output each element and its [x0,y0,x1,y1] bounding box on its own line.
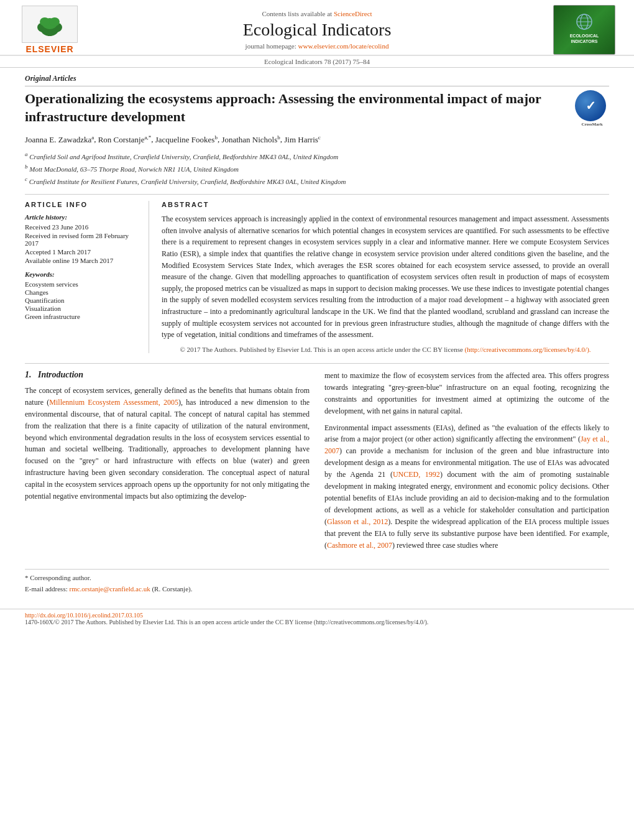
intro-para-1: The concept of ecosystem services, gener… [25,385,310,503]
info-abstract-section: ARTICLE INFO Article history: Received 2… [25,194,609,353]
journal-homepage: journal homepage: www.elsevier.com/locat… [99,42,535,50]
body-two-col: 1. Introduction The concept of ecosystem… [25,370,609,556]
publisher-logo-area: ELSEVIER [12,6,87,54]
affiliation-c: c Cranfield Institute for Resilient Futu… [25,175,609,187]
body-col-right: ment to maximize the flow of ecosystem s… [324,370,609,556]
svg-point-5 [40,17,50,26]
affiliations: a Cranfield Soil and Agrifood Institute,… [25,150,609,187]
crossmark-label: CrossMark [575,122,609,127]
millennium-link[interactable]: Millennium Ecosystem Assessment, 2005 [49,398,178,407]
abstract-panel: ABSTRACT The ecosystem services approach… [162,201,609,353]
jay-link[interactable]: Jay et al., 2007 [324,435,609,455]
doi-footer: http://dx.doi.org/10.1016/j.ecolind.2017… [25,612,609,619]
email-link[interactable]: rmc.orstanje@cranfield.ac.uk [69,585,150,593]
article-info-panel: ARTICLE INFO Article history: Received 2… [25,201,149,353]
glasson-link[interactable]: Glasson et al., 2012 [327,517,388,526]
article-body: Original Articles Operationalizing the e… [0,68,634,602]
globe-icon [572,13,597,30]
journal-title: Ecological Indicators [99,20,535,40]
cashmore-link[interactable]: Cashmore et al., 2007 [327,541,392,550]
cc-license-line: © 2017 The Authors. Published by Elsevie… [162,346,609,353]
abstract-text: The ecosystem services approach is incre… [162,213,609,341]
journal-title-area: Contents lists available at ScienceDirec… [87,10,547,50]
keyword-3: Quantification [25,297,139,304]
crossmark-icon: ✓ [586,98,596,114]
journal-logo-box: ECOLOGICAL INDICATORS [553,5,615,55]
authors-line: Joanna E. Zawadzkaa, Ron Corstanjea,*, J… [25,133,609,145]
revised-date: Received in revised form 28 February 201… [25,232,139,247]
accepted-date: Accepted 1 March 2017 [25,248,139,256]
page: ELSEVIER Contents lists available at Sci… [0,0,634,840]
article-title: Operationalizing the ecosystems approach… [25,90,609,126]
author-fookes: Jacqueline Fookesb [155,135,218,144]
intro-heading: 1. Introduction [25,370,310,380]
affiliation-b: b Mott MacDonald, 63–75 Thorpe Road, Nor… [25,163,609,174]
keywords-label: Keywords: [25,270,139,278]
author-harris: Jim Harrisc [284,135,321,144]
article-info-heading: ARTICLE INFO [25,201,139,208]
elsevier-brand: ELSEVIER [25,44,73,54]
keyword-1: Ecosystem services [25,280,139,288]
journal-logo-text: ECOLOGICAL INDICATORS [554,30,615,47]
keyword-5: Green infrastructure [25,313,139,320]
contents-line: Contents lists available at ScienceDirec… [99,10,535,17]
svg-point-6 [50,17,60,26]
cc-license-link[interactable]: (http://creativecommons.org/licenses/by/… [465,346,591,353]
keyword-2: Changes [25,288,139,296]
author-nichols: Jonathan Nicholsb [221,135,280,144]
footnote-area: * Corresponding author. E-mail address: … [25,569,609,594]
intro-para-3: Environmental impact assessments (EIAs),… [324,422,609,552]
section-number: 1. [25,370,32,379]
issn-line: 1470-160X/© 2017 The Authors. Published … [25,619,609,625]
author-corstanje: Ron Corstanjea,* [98,135,152,144]
article-history-label: Article history: [25,213,139,221]
elsevier-logo: ELSEVIER [12,6,87,54]
unced-link[interactable]: UNCED, 1992 [393,470,440,479]
tree-icon [31,12,68,36]
body-section: 1. Introduction The concept of ecosystem… [25,363,609,556]
sciencedirect-link[interactable]: ScienceDirect [334,10,372,17]
author-zawadzka: Joanna E. Zawadzkaa [25,135,94,144]
citation-line: Ecological Indicators 78 (2017) 75–84 [0,56,634,68]
page-footer: http://dx.doi.org/10.1016/j.ecolind.2017… [0,609,634,628]
affiliation-a: a Cranfield Soil and Agrifood Institute,… [25,150,609,162]
body-col-left: 1. Introduction The concept of ecosystem… [25,370,310,556]
crossmark-circle: ✓ [575,90,606,121]
intro-para-2: ment to maximize the flow of ecosystem s… [324,370,609,417]
corresponding-note: * Corresponding author. [25,573,609,583]
section-label: Original Articles [25,74,609,86]
keyword-4: Visualization [25,305,139,312]
journal-header: ELSEVIER Contents lists available at Sci… [0,0,634,56]
email-note: E-mail address: rmc.orstanje@cranfield.a… [25,584,609,594]
homepage-link[interactable]: www.elsevier.com/locate/ecolind [298,42,389,50]
doi-link[interactable]: http://dx.doi.org/10.1016/j.ecolind.2017… [25,612,143,619]
abstract-heading: ABSTRACT [162,201,609,208]
journal-logo-area: ECOLOGICAL INDICATORS [547,5,622,55]
available-date: Available online 19 March 2017 [25,257,139,264]
crossmark-badge: ✓ CrossMark [575,90,609,124]
received-date: Received 23 June 2016 [25,223,139,231]
